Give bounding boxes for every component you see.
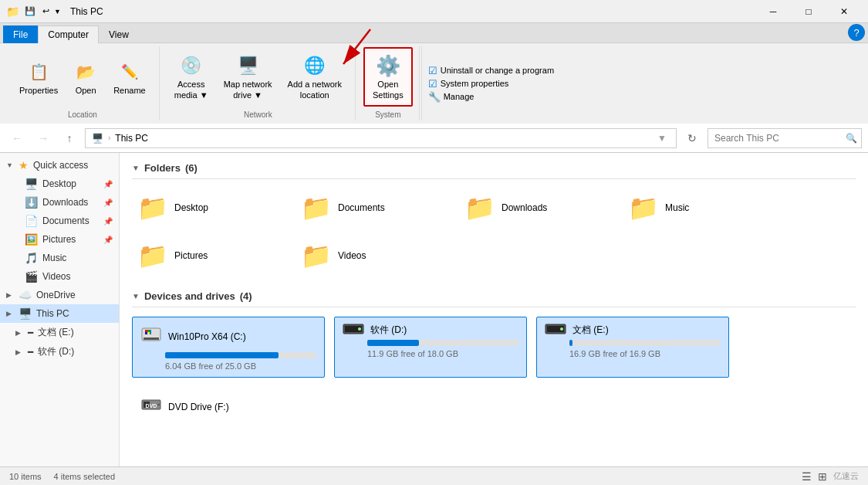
system-props-checkmark: ☑ [428,78,437,90]
videos-folder-label: Videos [338,250,366,261]
access-media-button[interactable]: 💿 Access media ▼ [167,49,215,103]
devices-label: Devices and drives [144,290,235,302]
properties-label: Properties [19,86,58,95]
path-dropdown[interactable]: ▼ [654,133,670,144]
documents-pin-icon: 📌 [103,217,113,226]
sidebar-item-pictures[interactable]: 🖼️ Pictures 📌 [0,230,119,249]
sidebar-item-music[interactable]: 🎵 Music [0,249,119,267]
drive-c-header: Win10Pro X64 (C:) [140,324,316,349]
address-path[interactable]: 🖥️ › This PC ▼ [85,128,677,148]
manage-label: Manage [444,92,475,101]
devices-collapse[interactable]: ▼ [132,292,140,300]
ddrive-icon: ━ [28,347,33,358]
ribbon-content: 📋 Properties 📂 Open ✏️ Rename Location 💿… [0,43,868,124]
up-button[interactable]: ↑ [59,127,80,149]
open-settings-button[interactable]: ⚙️ Open Settings [363,47,413,106]
drive-d-label: 软件 (D:) [370,324,407,337]
folder-downloads[interactable]: 📁 Downloads [459,188,613,227]
drive-e-label: 文档 (E:) [572,324,609,337]
selected-count: 4 items selected [54,472,115,481]
rename-icon: ✏️ [117,59,142,84]
system-props-label: System properties [441,79,509,88]
drive-f[interactable]: DVD DVD Drive (F:) [132,387,325,426]
status-bar: 10 items 4 items selected ☰ ⊞ 亿速云 [0,466,868,485]
svg-rect-3 [144,337,159,340]
refresh-button[interactable]: ↻ [681,127,703,149]
watermark: 亿速云 [833,470,859,482]
folder-music[interactable]: 📁 Music [623,188,777,227]
documents-sidebar-icon: 📄 [25,215,38,227]
sidebar-item-onedrive[interactable]: ▶ ☁️ OneDrive [0,286,119,304]
undo-btn[interactable]: ↩ [40,5,52,17]
sidebar-item-desktop[interactable]: 🖥️ Desktop 📌 [0,175,119,193]
uninstall-checkbox-item: ☑ Uninstall or change a program [428,65,856,76]
folder-videos[interactable]: 📁 Videos [296,236,450,275]
view-icon-grid[interactable]: ⊞ [818,470,827,483]
svg-point-11 [358,327,361,331]
drive-e[interactable]: 文档 (E:) 16.9 GB free of 16.9 GB [536,317,729,378]
folder-documents[interactable]: 📁 Documents [296,188,450,227]
back-button[interactable]: ← [6,127,28,149]
sidebar-item-quickaccess[interactable]: ▼ ★ Quick access [0,156,119,175]
folder-pictures[interactable]: 📁 Pictures [132,236,286,275]
system-props-checkbox-item: ☑ System properties [428,78,856,90]
desktop-folder-label: Desktop [174,202,208,213]
ribbon-group-network: 💿 Access media ▼ 🖥️ Map network drive ▼ … [161,46,356,120]
folders-label: Folders [144,162,181,174]
rename-button[interactable]: ✏️ Rename [106,56,153,99]
forward-button[interactable]: → [32,127,54,149]
documents-folder-label: Documents [338,202,385,213]
folders-collapse[interactable]: ▼ [132,164,140,172]
sidebar-item-documents[interactable]: 📄 Documents 📌 [0,212,119,230]
system-main-buttons: ⚙️ Open Settings [363,46,413,107]
tab-view[interactable]: View [99,25,139,43]
close-button[interactable]: ✕ [826,0,862,23]
sidebar-item-edrive[interactable]: ▶ ━ 文档 (E:) [0,323,119,342]
minimize-button[interactable]: ─ [755,0,791,23]
search-container: 🔍 [708,128,862,148]
tab-computer[interactable]: Computer [38,25,99,43]
drive-d-bar [367,340,419,346]
music-label: Music [42,253,66,263]
sidebar: ▼ ★ Quick access 🖥️ Desktop 📌 ⬇️ Downloa… [0,153,120,470]
help-button[interactable]: ? [848,24,865,41]
search-input[interactable] [708,128,862,148]
quickaccess-star-icon: ★ [19,159,29,171]
properties-button[interactable]: 📋 Properties [12,56,65,99]
view-icon-list[interactable]: ☰ [802,470,812,483]
svg-point-14 [560,327,563,331]
drive-c[interactable]: Win10Pro X64 (C:) 6.04 GB free of 25.0 G… [132,317,325,378]
ribbon-tabs: File Computer View ? [0,23,868,43]
ribbon-group-system-checks: ☑ Uninstall or change a program ☑ System… [421,46,862,120]
add-network-label: Add a network location [288,80,342,100]
folder-desktop[interactable]: 📁 Desktop [132,188,286,227]
maximize-button[interactable]: □ [791,0,826,23]
sidebar-item-videos[interactable]: 🎬 Videos [0,267,119,286]
sidebar-item-downloads[interactable]: ⬇️ Downloads 📌 [0,193,119,212]
open-button[interactable]: 📂 Open [66,56,105,99]
pin-icon: 📌 [103,180,113,188]
open-icon: 📂 [73,59,98,84]
drive-d[interactable]: 软件 (D:) 11.9 GB free of 18.0 GB [334,317,527,378]
title-controls: ─ □ ✕ [755,0,862,23]
tab-file[interactable]: File [3,25,38,43]
file-area: ▼ Folders (6) 📁 Desktop 📁 Documents 📁 Do… [120,153,868,470]
drive-c-label: Win10Pro X64 (C:) [168,331,246,342]
save-btn[interactable]: 💾 [22,5,38,17]
sidebar-item-ddrive[interactable]: ▶ ━ 软件 (D:) [0,342,119,361]
drive-e-bar-container [569,340,721,346]
map-network-button[interactable]: 🖥️ Map network drive ▼ [217,49,279,103]
location-group-label: Location [68,107,97,120]
sidebar-item-thispc[interactable]: ▶ 🖥️ This PC [0,304,119,323]
access-media-icon: 💿 [179,53,204,78]
videos-sidebar-icon: 🎬 [25,270,38,283]
ddrive-arrow: ▶ [15,348,23,356]
videos-label: Videos [42,271,70,282]
dropdown-arrow[interactable]: ▼ [54,8,61,15]
ribbon-group-location: 📋 Properties 📂 Open ✏️ Rename Location [6,46,160,120]
add-network-button[interactable]: 🌐 Add a network location [281,49,349,103]
drive-e-header: 文档 (E:) [545,324,721,337]
quickaccess-label: Quick access [33,160,88,171]
pictures-pin-icon: 📌 [103,236,113,244]
quick-access-toolbar: 💾 ↩ ▼ [22,5,61,17]
